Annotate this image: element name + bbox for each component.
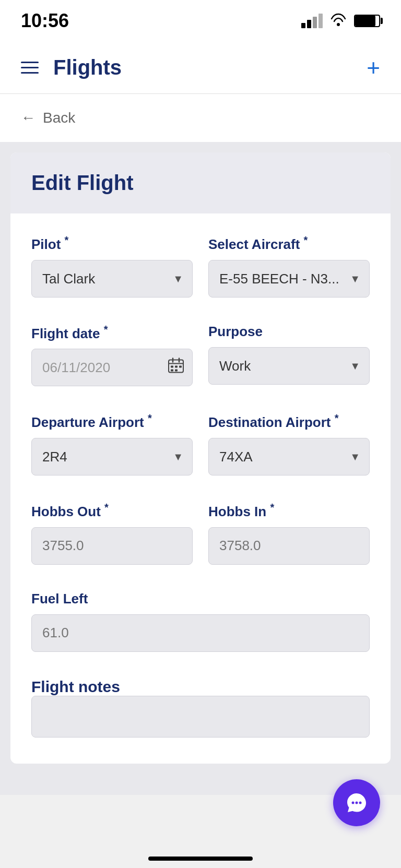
departure-select[interactable]: 2R4 [31, 438, 193, 475]
svg-point-12 [359, 802, 362, 804]
add-button[interactable]: + [367, 56, 380, 79]
wifi-icon [329, 12, 348, 30]
flight-notes-input-area[interactable] [31, 696, 370, 738]
pilot-aircraft-row: Pilot * Tal Clark Select Aircraft * [31, 234, 370, 298]
svg-point-0 [337, 23, 340, 26]
departure-select-wrapper[interactable]: 2R4 [31, 438, 193, 475]
destination-required: * [335, 412, 339, 424]
date-required: * [104, 324, 108, 335]
fuel-left-input[interactable] [31, 614, 370, 652]
destination-label: Destination Airport * [208, 412, 370, 431]
signal-icon [301, 14, 323, 28]
destination-select[interactable]: 74XA [208, 438, 370, 475]
back-navigation[interactable]: ← Back [0, 94, 401, 142]
flight-date-group: Flight date * [31, 324, 193, 387]
pilot-select[interactable]: Tal Clark [31, 260, 193, 298]
aircraft-select-wrapper[interactable]: E-55 BEECH - N3... [208, 260, 370, 298]
header-left: Flights [21, 56, 122, 79]
content-area: Edit Flight Pilot * Tal Clark [0, 142, 401, 795]
pilot-select-wrapper[interactable]: Tal Clark [31, 260, 193, 298]
pilot-group: Pilot * Tal Clark [31, 234, 193, 298]
hobbs-out-group: Hobbs Out * [31, 502, 193, 565]
pilot-required: * [65, 234, 69, 246]
departure-group: Departure Airport * 2R4 [31, 412, 193, 475]
hobbs-out-input[interactable] [31, 527, 193, 565]
home-indicator [148, 857, 253, 861]
fuel-left-group: Fuel Left [31, 591, 370, 652]
svg-point-10 [352, 802, 355, 804]
menu-button[interactable] [21, 62, 39, 74]
chat-icon [345, 791, 369, 815]
hobbs-out-label: Hobbs Out * [31, 502, 193, 520]
departure-required: * [148, 412, 152, 424]
destination-select-wrapper[interactable]: 74XA [208, 438, 370, 475]
header-title: Flights [53, 56, 122, 79]
date-purpose-row: Flight date * [31, 324, 370, 387]
flight-notes-label: Flight notes [31, 678, 120, 695]
aircraft-group: Select Aircraft * E-55 BEECH - N3... [208, 234, 370, 298]
edit-flight-card: Edit Flight Pilot * Tal Clark [10, 152, 391, 764]
status-time: 10:56 [21, 10, 69, 32]
hobbs-out-required: * [104, 502, 109, 513]
hobbs-row: Hobbs Out * Hobbs In * [31, 502, 370, 565]
departure-label: Departure Airport * [31, 412, 193, 431]
pilot-label: Pilot * [31, 234, 193, 253]
back-arrow-icon: ← [21, 110, 36, 126]
flight-date-input[interactable] [31, 349, 193, 386]
form-body: Pilot * Tal Clark Select Aircraft * [10, 213, 391, 764]
flight-notes-section: Flight notes [31, 678, 370, 738]
date-input-wrapper[interactable] [31, 349, 193, 386]
back-label: Back [43, 110, 75, 126]
airports-row: Departure Airport * 2R4 Destination Airp… [31, 412, 370, 475]
hobbs-in-group: Hobbs In * [208, 502, 370, 565]
status-icons [301, 12, 380, 30]
form-title: Edit Flight [31, 171, 370, 195]
hobbs-in-label: Hobbs In * [208, 502, 370, 520]
chat-button[interactable] [333, 779, 380, 826]
hobbs-in-required: * [270, 502, 274, 513]
flight-date-label: Flight date * [31, 324, 193, 342]
purpose-select-wrapper[interactable]: Work Personal Business Training [208, 347, 370, 385]
aircraft-required: * [304, 234, 308, 246]
aircraft-select[interactable]: E-55 BEECH - N3... [208, 260, 370, 298]
purpose-group: Purpose Work Personal Business Training [208, 324, 370, 387]
purpose-label: Purpose [208, 324, 370, 340]
aircraft-label: Select Aircraft * [208, 234, 370, 253]
hobbs-in-input[interactable] [208, 527, 370, 565]
app-header: Flights + [0, 42, 401, 94]
battery-icon [354, 15, 380, 27]
purpose-select[interactable]: Work Personal Business Training [208, 347, 370, 385]
form-card-header: Edit Flight [10, 152, 391, 213]
destination-group: Destination Airport * 74XA [208, 412, 370, 475]
fuel-left-label: Fuel Left [31, 591, 370, 607]
svg-point-11 [356, 802, 358, 804]
status-bar: 10:56 [0, 0, 401, 42]
